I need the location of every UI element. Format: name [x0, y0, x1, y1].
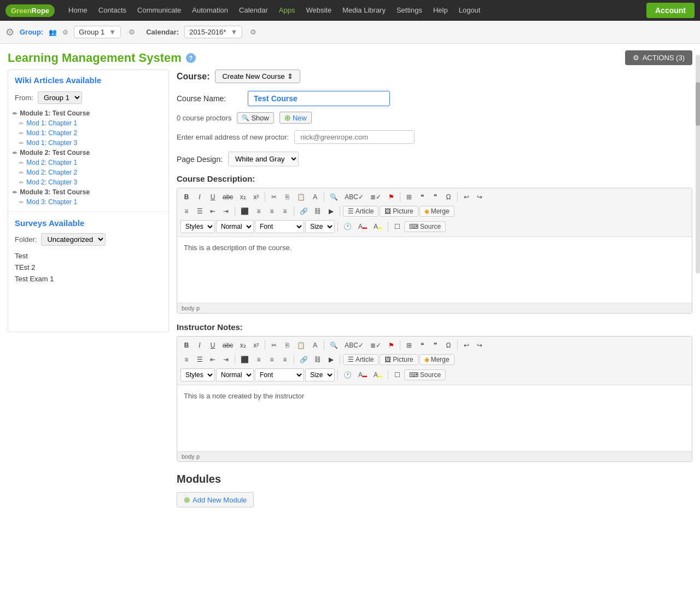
scrollbar-thumb[interactable]	[696, 82, 700, 126]
notes-font-color-button[interactable]: A▬	[355, 369, 370, 380]
notes-picture-button[interactable]: 🖼 Picture	[380, 354, 418, 365]
source-button-2[interactable]: ⌨ Source	[404, 369, 446, 380]
create-new-course-button[interactable]: Create New Course ⇕	[215, 70, 300, 83]
notes-subscript-button[interactable]: x₂	[237, 340, 249, 351]
underline-button[interactable]: U	[207, 192, 219, 203]
actions-button[interactable]: ⚙ ACTIONS (3)	[625, 50, 692, 65]
show-proctors-button[interactable]: 🔍 Show	[237, 112, 274, 124]
course-description-content[interactable]: This is a description of the course.	[177, 237, 692, 303]
omega-button[interactable]: Ω	[442, 192, 454, 203]
frame-button[interactable]: ☐	[391, 221, 403, 232]
calendar-gear-icon[interactable]: ⚙	[250, 28, 256, 36]
nav-media-library[interactable]: Media Library	[337, 0, 391, 21]
nav-logout[interactable]: Logout	[453, 0, 486, 21]
notes-paste-text-button[interactable]: A	[309, 340, 321, 351]
nav-apps[interactable]: Apps	[273, 0, 301, 21]
find-button[interactable]: 🔍	[327, 192, 341, 203]
notes-outdent-button[interactable]: ⇤	[207, 354, 219, 365]
calendar-dropdown[interactable]: 2015-2016* ▼	[184, 26, 242, 38]
source-button-1[interactable]: ⌨ Source	[404, 221, 446, 232]
notes-clock-button[interactable]: 🕐	[341, 369, 354, 380]
proctor-email-input[interactable]	[294, 130, 415, 144]
styles-dropdown[interactable]: Styles	[180, 220, 215, 233]
notes-strikethrough-button[interactable]: abc	[220, 340, 236, 351]
article-button[interactable]: ☰ Article	[343, 206, 378, 217]
unordered-list-button[interactable]: ☰	[194, 206, 206, 217]
from-dropdown[interactable]: Group 1	[38, 91, 82, 104]
picture-button[interactable]: 🖼 Picture	[380, 206, 418, 217]
notes-ordered-list-button[interactable]: ≡	[180, 354, 192, 365]
superscript-button[interactable]: x²	[250, 192, 262, 203]
group-gear-icon[interactable]: ⚙	[129, 28, 135, 36]
format-dropdown[interactable]: Normal	[216, 220, 254, 233]
notes-styles-dropdown[interactable]: Styles	[180, 368, 215, 381]
undo-button[interactable]: ↩	[460, 192, 472, 203]
notes-redo-button[interactable]: ↪	[474, 340, 486, 351]
folder-dropdown[interactable]: Uncategorized	[41, 233, 106, 246]
notes-spellcheck-button[interactable]: ABC✓	[342, 340, 366, 351]
notes-undo-button[interactable]: ↩	[460, 340, 472, 351]
wiki-chapter-2-1[interactable]: ✏ Mod 2: Chapter 1	[8, 158, 168, 167]
wiki-chapter-3-1[interactable]: ✏ Mod 3: Chapter 1	[8, 197, 168, 207]
unlink-button[interactable]: ⛓	[312, 206, 324, 217]
wiki-chapter-2-2[interactable]: ✏ Mod 2: Chapter 2	[8, 167, 168, 177]
link-button[interactable]: 🔗	[297, 206, 311, 217]
nav-automation[interactable]: Automation	[186, 0, 234, 21]
outdent-button[interactable]: ⇤	[207, 206, 219, 217]
copy-button[interactable]: ⎘	[281, 192, 293, 203]
notes-indent-button[interactable]: ⇥	[220, 354, 232, 365]
notes-quote-button[interactable]: ❞	[429, 340, 441, 351]
nav-website[interactable]: Website	[300, 0, 337, 21]
spellcheck2-button[interactable]: ≣✓	[368, 192, 384, 203]
font-dropdown[interactable]: Font	[255, 220, 304, 233]
notes-paste-button[interactable]: 📋	[294, 340, 308, 351]
notes-merge-button[interactable]: ◆ Merge	[419, 354, 454, 365]
notes-align-center-button[interactable]: ≡	[253, 354, 265, 365]
page-design-dropdown[interactable]: White and Gray	[228, 152, 299, 166]
notes-unlink-button[interactable]: ⛓	[312, 354, 324, 365]
ordered-list-button[interactable]: ≡	[180, 206, 192, 217]
notes-italic-button[interactable]: I	[194, 340, 206, 351]
strikethrough-button[interactable]: abc	[220, 192, 236, 203]
notes-align-justify-button[interactable]: ≡	[279, 354, 291, 365]
align-right-button[interactable]: ≡	[266, 206, 278, 217]
notes-bold-button[interactable]: B	[180, 340, 192, 351]
media-button[interactable]: ▶	[325, 206, 337, 217]
notes-table-button[interactable]: ⊞	[403, 340, 415, 351]
font-color-button[interactable]: A▬	[355, 221, 370, 232]
help-icon[interactable]: ?	[186, 53, 196, 63]
notes-blockquote-button[interactable]: ❝	[416, 340, 428, 351]
notes-article-button[interactable]: ☰ Article	[343, 354, 378, 365]
nav-settings[interactable]: Settings	[391, 0, 428, 21]
survey-item-1[interactable]: Test	[8, 250, 168, 262]
size-dropdown[interactable]: Size	[305, 220, 335, 233]
survey-item-3[interactable]: Test Exam 1	[8, 273, 168, 285]
nav-communicate[interactable]: Communicate	[132, 0, 186, 21]
notes-media-button[interactable]: ▶	[325, 354, 337, 365]
highlight-button[interactable]: A▬	[371, 221, 385, 232]
italic-button[interactable]: I	[194, 192, 206, 203]
notes-align-right-button[interactable]: ≡	[266, 354, 278, 365]
notes-highlight-button[interactable]: A▬	[371, 369, 385, 380]
merge-button[interactable]: ◆ Merge	[419, 206, 454, 217]
notes-format-dropdown[interactable]: Normal	[216, 368, 254, 381]
wiki-chapter-2-3[interactable]: ✏ Mod 2: Chapter 3	[8, 177, 168, 187]
notes-unordered-list-button[interactable]: ☰	[194, 354, 206, 365]
settings-icon[interactable]: ⚙	[5, 26, 14, 38]
instructor-notes-content[interactable]: This is a note created by the instructor	[177, 385, 692, 451]
notes-font-dropdown[interactable]: Font	[255, 368, 304, 381]
notes-copy-button[interactable]: ⎘	[281, 340, 293, 351]
spellcheck-button[interactable]: ABC✓	[342, 192, 366, 203]
notes-align-left-button[interactable]: ⬛	[238, 354, 252, 365]
paste-button[interactable]: 📋	[294, 192, 308, 203]
notes-find-button[interactable]: 🔍	[327, 340, 341, 351]
clock-button[interactable]: 🕐	[341, 221, 354, 232]
redo-button[interactable]: ↪	[474, 192, 486, 203]
nav-calendar[interactable]: Calendar	[234, 0, 273, 21]
notes-size-dropdown[interactable]: Size	[305, 368, 335, 381]
notes-omega-button[interactable]: Ω	[442, 340, 454, 351]
notes-spellcheck2-button[interactable]: ≣✓	[368, 340, 384, 351]
notes-flag-button[interactable]: ⚑	[385, 340, 397, 351]
scrollbar[interactable]	[696, 55, 700, 274]
bold-button[interactable]: B	[180, 192, 192, 203]
